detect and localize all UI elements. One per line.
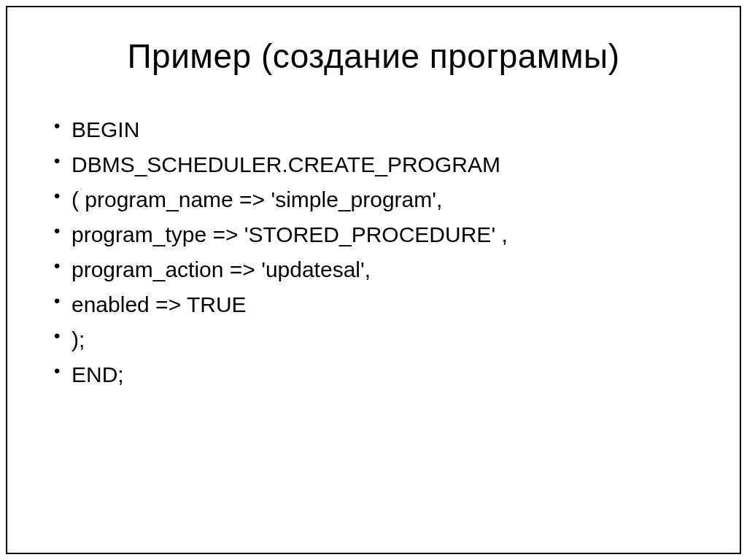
list-item: ( program_name => 'simple_program', xyxy=(54,182,711,217)
list-item: DBMS_SCHEDULER.CREATE_PROGRAM xyxy=(54,147,711,182)
bullet-list: BEGIN DBMS_SCHEDULER.CREATE_PROGRAM ( pr… xyxy=(36,112,711,392)
list-item: BEGIN xyxy=(54,112,711,147)
list-item: program_type => 'STORED_PROCEDURE' , xyxy=(54,217,711,252)
list-item: END; xyxy=(54,357,711,392)
list-item: ); xyxy=(54,322,711,357)
slide-content: Пример (создание программы) BEGIN DBMS_S… xyxy=(7,7,740,553)
list-item: program_action => 'updatesal', xyxy=(54,252,711,287)
slide-title: Пример (создание программы) xyxy=(36,36,711,76)
list-item: enabled => TRUE xyxy=(54,287,711,322)
